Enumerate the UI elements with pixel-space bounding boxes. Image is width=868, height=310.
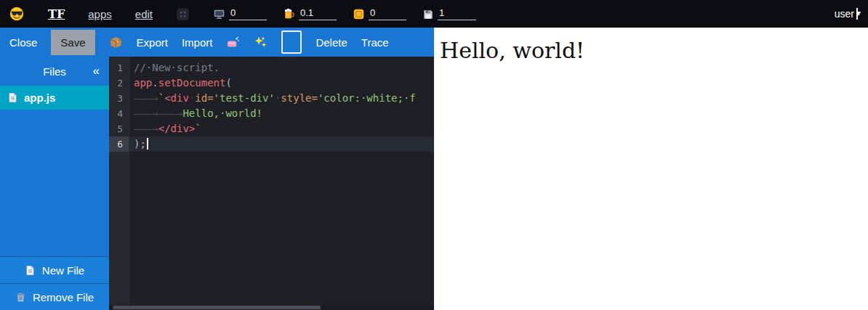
topbar: TF apps edit 00.101 user ▾: [0, 0, 868, 28]
coin-icon: [353, 8, 365, 20]
stat-value: 0: [229, 7, 267, 20]
trash-icon: [15, 292, 26, 303]
gutter-line-number: 5: [109, 121, 129, 136]
file-name: app.js: [24, 91, 55, 104]
preview-pane: Hello, world!: [434, 28, 868, 310]
user-label: user: [835, 8, 854, 20]
workspace: Files « app.js New File Remove File 12: [0, 57, 434, 310]
files-title: Files: [43, 65, 66, 78]
gutter-line-number: 6: [109, 136, 129, 152]
file-icon: [7, 92, 18, 103]
editor-toolbar: Close Save Export Import Delete Trace: [0, 28, 434, 57]
nav-link-edit[interactable]: edit: [135, 8, 153, 20]
gutter-line-number: 4: [109, 106, 129, 121]
caret-down-icon: ▾: [856, 8, 858, 20]
gutter: 123456: [109, 57, 129, 310]
soap-icon: [226, 36, 240, 49]
save-button[interactable]: Save: [51, 30, 95, 55]
sidebar-bottom: New File Remove File: [0, 256, 109, 310]
remove-file-label: Remove File: [33, 291, 94, 303]
trace-button[interactable]: Trace: [361, 36, 389, 49]
stat-field[interactable]: 0: [213, 7, 267, 20]
file-list: app.js: [0, 86, 109, 110]
gutter-line-number: 3: [109, 91, 129, 106]
code-line[interactable]: app.setDocument(: [129, 76, 434, 91]
brand-link[interactable]: TF: [48, 7, 65, 21]
page-icon: [25, 265, 36, 276]
code-line[interactable]: //·New·script.: [129, 60, 434, 76]
code-line[interactable]: );: [129, 136, 434, 152]
code-editor[interactable]: 123456 //·New·script.app.setDocument(———…: [109, 57, 434, 310]
monitor-icon: [213, 8, 225, 20]
blank-button[interactable]: [281, 30, 302, 54]
sparkles-button[interactable]: [254, 36, 268, 49]
gutter-line-number: 1: [109, 60, 129, 76]
code-line[interactable]: ———→</div>`: [129, 121, 434, 136]
clean-button[interactable]: [226, 36, 240, 49]
box-icon: [109, 36, 123, 49]
stat-field[interactable]: 0.1: [283, 7, 337, 20]
collapse-sidebar-button[interactable]: «: [93, 64, 100, 78]
stat-field[interactable]: 0: [353, 7, 406, 20]
topbar-stats: 00.101: [213, 7, 476, 20]
editor-pane: Close Save Export Import Delete Trace Fi…: [0, 28, 434, 310]
grid-button[interactable]: [176, 7, 190, 21]
preview-text: Hello, world!: [440, 38, 862, 63]
user-menu-button[interactable]: user ▾: [835, 8, 858, 20]
close-button[interactable]: Close: [9, 36, 37, 49]
remove-file-button[interactable]: Remove File: [0, 283, 109, 310]
scrollbar-thumb[interactable]: [113, 306, 321, 309]
code-lines[interactable]: //·New·script.app.setDocument(———→`<div·…: [129, 57, 434, 310]
code-line[interactable]: ———→`<div·id='test-div'·style='color:·wh…: [129, 91, 434, 106]
nav-link-apps[interactable]: apps: [88, 8, 112, 20]
import-button[interactable]: Import: [182, 36, 213, 49]
stat-field[interactable]: 1: [422, 7, 476, 20]
text-cursor: [147, 138, 148, 150]
files-sidebar: Files « app.js New File Remove File: [0, 57, 109, 310]
floppy-icon: [422, 9, 434, 20]
export-button[interactable]: Export: [137, 36, 168, 49]
gutter-line-number: 2: [109, 76, 129, 91]
main-area: Close Save Export Import Delete Trace Fi…: [0, 28, 868, 310]
horizontal-scrollbar[interactable]: [109, 305, 434, 310]
sunglasses-icon: [9, 6, 25, 22]
file-item[interactable]: app.js: [0, 86, 109, 110]
beer-icon: [283, 8, 295, 20]
stat-value: 0: [369, 7, 406, 20]
delete-button[interactable]: Delete: [316, 36, 347, 49]
grid-icon: [176, 7, 190, 21]
sparkles-icon: [254, 36, 268, 49]
new-file-label: New File: [42, 264, 84, 277]
logo-button[interactable]: [9, 6, 25, 22]
stat-value: 1: [438, 7, 476, 20]
files-header: Files «: [0, 57, 109, 86]
stat-value: 0.1: [299, 7, 337, 20]
package-button[interactable]: [109, 36, 123, 49]
code-line[interactable]: ———→———→Hello,·world!: [129, 106, 434, 121]
new-file-button[interactable]: New File: [0, 256, 109, 283]
